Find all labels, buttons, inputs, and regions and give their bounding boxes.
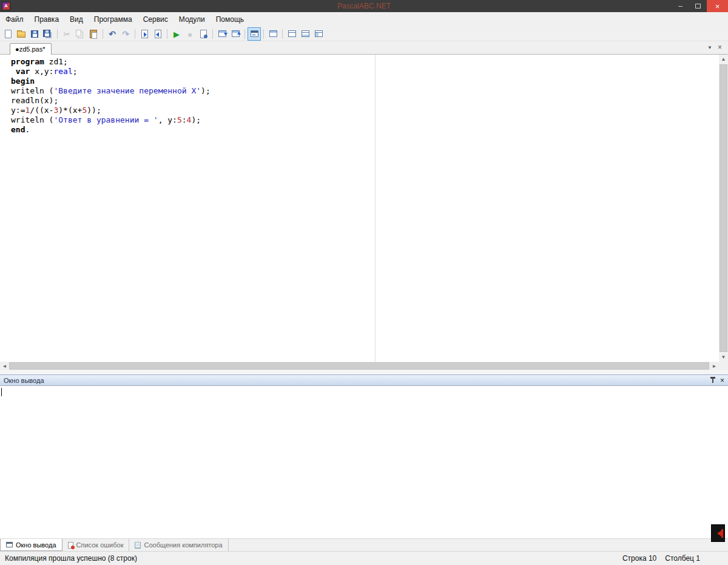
layout-split-icon [302, 30, 309, 37]
scroll-up-icon[interactable]: ▲ [719, 55, 728, 64]
compile-icon [200, 30, 207, 38]
menu-modules[interactable]: Модули [174, 13, 211, 26]
redo-icon [122, 29, 129, 39]
code-line: var x,y:real; [11, 67, 716, 76]
run-icon [174, 29, 180, 39]
stop-button[interactable] [183, 27, 197, 41]
app-window: A PascalABC.NET – × ФайлПравкаВидПрограм… [0, 0, 728, 565]
bottom-tab-compiler-messages[interactable]: Сообщения компилятора [129, 539, 228, 551]
stop-icon [188, 29, 192, 39]
menu-view[interactable]: Вид [64, 13, 89, 26]
toolbar-separator [212, 29, 213, 39]
bottom-tab-output[interactable]: Окно вывода [0, 539, 62, 551]
layout-split-button[interactable] [298, 27, 312, 41]
editor-tab-bar: ●zd5.pas* ▼ × [0, 41, 728, 55]
tab-close-icon[interactable]: × [718, 43, 722, 52]
save-all-button[interactable] [41, 27, 55, 41]
save-icon [31, 30, 38, 38]
window-title: PascalABC.NET [0, 2, 728, 10]
output-window-header: Окно вывода × [0, 374, 728, 386]
menu-service[interactable]: Сервис [138, 13, 174, 26]
pin-icon[interactable] [712, 379, 713, 383]
outdent-button[interactable] [151, 27, 164, 41]
indent-button[interactable] [138, 27, 151, 41]
cursor-position: Строка 10 Столбец 1 [622, 554, 700, 563]
layout-code-button[interactable] [285, 27, 298, 41]
scroll-left-icon[interactable]: ◄ [0, 362, 9, 370]
menu-edit[interactable]: Правка [29, 13, 65, 26]
menu-help[interactable]: Помощь [211, 13, 249, 26]
scroll-right-icon[interactable]: ► [710, 362, 719, 370]
new-file-button[interactable] [1, 27, 15, 41]
menu-bar: ФайлПравкаВидПрограммаСервисМодулиПомощь [0, 12, 728, 27]
error-list-icon [68, 542, 73, 549]
output-window-title: Окно вывода [4, 377, 44, 384]
paste-button[interactable] [87, 27, 100, 41]
status-message: Компиляция прошла успешно (8 строк) [5, 554, 137, 563]
bottom-tab-label: Окно вывода [16, 541, 56, 549]
save-button[interactable] [28, 27, 41, 41]
output-close-icon[interactable]: × [720, 376, 724, 385]
save-all-icon [43, 30, 50, 37]
code-editor[interactable]: program zd1; var x,y:real;beginwriteln (… [0, 55, 728, 362]
code-line: readln(x); [11, 96, 716, 106]
maximize-button[interactable] [689, 0, 707, 12]
copy-button[interactable] [73, 27, 87, 41]
form-window-button[interactable] [266, 27, 280, 41]
compiler-messages-icon [135, 542, 141, 549]
open-file-button[interactable] [15, 27, 28, 41]
run-button[interactable] [170, 27, 183, 41]
code-line: program zd1; [11, 57, 716, 67]
page-arrow-left-icon [155, 30, 161, 38]
new-file-icon [5, 30, 12, 38]
tabbar-controls: ▼ × [707, 43, 728, 54]
page-arrow-right-icon [141, 30, 148, 38]
toolbar-separator [167, 29, 167, 39]
layout-code-icon [288, 30, 296, 37]
code-area[interactable]: program zd1; var x,y:real;beginwriteln (… [11, 57, 716, 135]
hide-output-button[interactable] [229, 27, 242, 41]
code-line: y:=1/((x-3)*(x+5)); [11, 106, 716, 115]
copy-icon [76, 30, 81, 36]
layout-side-button[interactable] [312, 27, 325, 41]
undo-icon [109, 29, 116, 39]
console-window-icon [251, 30, 258, 37]
menu-program[interactable]: Программа [89, 13, 138, 26]
compile-button[interactable] [197, 27, 210, 41]
open-folder-icon [17, 32, 25, 38]
status-column: Столбец 1 [665, 554, 700, 563]
bottom-tab-errors[interactable]: Список ошибок [62, 539, 130, 551]
vertical-scroll-thumb[interactable] [720, 64, 727, 352]
show-output-button[interactable] [215, 27, 229, 41]
bottom-tab-label: Список ошибок [76, 541, 124, 549]
editor-vertical-scrollbar[interactable]: ▲ ▼ [719, 55, 728, 362]
output-content[interactable] [0, 386, 728, 539]
code-line: end. [11, 125, 716, 135]
undo-button[interactable] [106, 27, 119, 41]
tab-list-dropdown-icon[interactable]: ▼ [707, 45, 712, 50]
close-button[interactable]: × [707, 0, 728, 12]
bottom-tab-bar: Окно выводаСписок ошибокСообщения компил… [0, 539, 728, 551]
panel-splitter[interactable] [0, 370, 728, 374]
editor-horizontal-scrollbar[interactable]: ◄ ► [0, 362, 728, 370]
toolbar [0, 27, 728, 41]
console-window-button[interactable] [248, 27, 261, 41]
window-controls: – × [672, 0, 728, 12]
scissors-icon [64, 29, 70, 39]
app-icon: A [2, 2, 10, 10]
menu-file[interactable]: Файл [0, 13, 29, 26]
output-window-icon [218, 30, 226, 37]
output-header-controls: × [712, 376, 724, 385]
output-window-icon [6, 542, 13, 547]
overlay-marker [711, 524, 725, 542]
window-arrow-icon [232, 30, 240, 37]
layout-side-icon [315, 30, 323, 37]
minimize-button[interactable]: – [672, 0, 689, 12]
bottom-tab-label: Сообщения компилятора [144, 541, 222, 549]
scroll-down-icon[interactable]: ▼ [719, 353, 728, 362]
cut-button[interactable] [60, 27, 73, 41]
editor-tab-zd5[interactable]: ●zd5.pas* [10, 43, 52, 55]
redo-button[interactable] [119, 27, 132, 41]
status-line: Строка 10 [622, 554, 656, 563]
horizontal-scroll-thumb[interactable] [9, 362, 709, 370]
